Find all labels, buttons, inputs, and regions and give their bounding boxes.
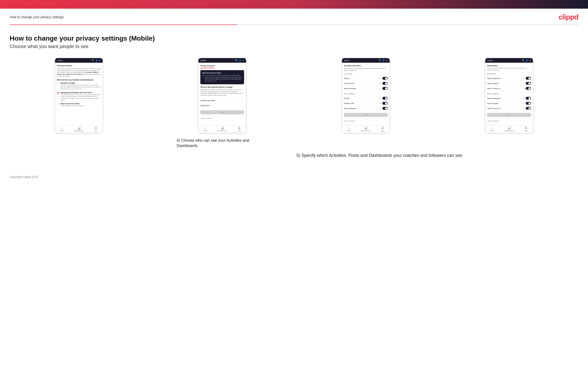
help-support-4: Help & Support: [487, 118, 531, 123]
menu-icon-4[interactable]: ⚙: [529, 59, 531, 61]
screen-col-1: ❮ Back 🔍 👤 ⚙ Privacy Controls Control ho…: [10, 58, 148, 133]
bottom-nav-perf-2[interactable]: 📊 My Performance: [218, 126, 227, 132]
toggle-playerdash-coaches-switch[interactable]: [526, 77, 531, 80]
bottom-nav-menu-2[interactable]: ☰ Menu: [238, 126, 241, 132]
menu-nav-icon-2: ☰: [238, 126, 241, 130]
phone-body-1: Privacy Controls Control how you and you…: [55, 63, 103, 125]
toggle-playerdash-followers-on: ON: [523, 98, 525, 99]
toggle-manual-followers-switch[interactable]: [382, 107, 388, 110]
toggle-drills-coaches-on: ON: [380, 83, 382, 84]
activity-row-dashboards[interactable]: Dashboards ›: [200, 103, 244, 108]
menu-icon-3[interactable]: ⚙: [386, 59, 388, 61]
toggle-drills-followers-switch[interactable]: [382, 102, 388, 105]
profile-icon-2[interactable]: 👤: [239, 59, 241, 61]
coaches-label-3: COACHES: [344, 73, 388, 75]
toggle-rounds-coaches-wrap: ON: [380, 77, 388, 80]
profile-icon-1[interactable]: 👤: [95, 59, 98, 61]
activity-row-activities[interactable]: Activities and Posts ›: [200, 98, 244, 103]
bottom-nav-2: ⌂ Home 📊 My Performance ☰ Menu: [199, 125, 246, 133]
radio-option-everyone[interactable]: Everyone on Clippd Everyone on Clippd ca…: [57, 82, 101, 90]
bottom-nav-perf-4[interactable]: 📊 My Performance: [504, 126, 514, 132]
bottom-nav-menu-3[interactable]: ☰ Menu: [381, 126, 384, 132]
profile-icon-4[interactable]: 👤: [526, 59, 528, 61]
toggle-rounds-followers-switch[interactable]: [382, 97, 388, 100]
toggle-manual-coaches-switch[interactable]: [382, 87, 388, 90]
bottom-nav-menu-4[interactable]: ☰ Menu: [525, 126, 528, 132]
home-icon-1: ⌂: [61, 126, 63, 129]
search-icon-4[interactable]: 🔍: [522, 59, 525, 61]
chevron-dashboards: ›: [243, 104, 244, 107]
toggle-rounds-followers-on: ON: [380, 98, 382, 99]
toggle-whattowork-coaches-switch[interactable]: [526, 87, 531, 90]
bottom-nav-menu-1[interactable]: ☰ Menu: [94, 126, 98, 132]
phone-topbar-1: ❮ Back 🔍 👤 ⚙: [55, 58, 103, 63]
search-icon-1[interactable]: 🔍: [92, 59, 94, 61]
search-icon-3[interactable]: 🔍: [379, 59, 381, 61]
privacy-tab-2[interactable]: Privacy Controls: [200, 65, 215, 68]
radio-option-approved-content: Only Approved Followers and Your Coach O…: [60, 92, 101, 101]
popup-title-2: Only You and Your Coach: [202, 72, 242, 74]
home-icon-3: ⌂: [348, 126, 350, 129]
toggle-playerdash-followers-switch[interactable]: [526, 97, 531, 100]
menu-nav-label-4: Menu: [525, 130, 528, 132]
coaches-label-4: COACHES: [487, 73, 531, 75]
toggle-playerdash-coaches-wrap: ON: [523, 77, 531, 80]
radio-option-onlyyou[interactable]: Only You and Your Coach Only you and the…: [57, 103, 101, 107]
bottom-nav-perf-1[interactable]: 📊 My Performance: [74, 126, 84, 132]
radio-circle-approved: [57, 92, 59, 94]
activity-row-label-dashboards: Dashboards: [200, 105, 209, 106]
toggle-drills-coaches: Practice Drills ON: [344, 81, 388, 86]
profile-icon-3[interactable]: 👤: [382, 59, 385, 61]
radio-option-everyone-content: Everyone on Clippd Everyone on Clippd ca…: [60, 82, 101, 90]
toggle-roundinsights-coaches-wrap: ON: [523, 82, 531, 85]
toggle-whattowork-coaches: What To Work On ON: [487, 86, 531, 91]
toggle-rounds-followers-wrap: ON: [380, 97, 388, 100]
save-button-4[interactable]: Save: [487, 113, 531, 117]
save-button-2[interactable]: Save: [200, 110, 244, 114]
back-button-4[interactable]: ❮ Back: [487, 59, 493, 61]
perf-icon-3: 📊: [364, 126, 367, 130]
toggle-roundinsights-followers-wrap: ON: [523, 102, 531, 105]
breadcrumb: How to change your privacy settings: [10, 15, 64, 19]
toggle-roundinsights-coaches-switch[interactable]: [526, 82, 531, 85]
activities-heading-3: Activities and Posts: [344, 65, 388, 67]
bottom-nav-1: ⌂ Home 📊 My Performance ☰ Menu: [55, 125, 103, 133]
screen-col-2: ❮ Back 🔍 👤 ⚙ Privacy Controls Only You a…: [153, 58, 292, 149]
bottom-nav-home-4[interactable]: ⌂ Home: [490, 126, 494, 132]
toggle-roundinsights-coaches-on: ON: [523, 83, 525, 84]
main-content: How to change your privacy settings (Mob…: [0, 25, 588, 168]
phone-mockup-4: ❮ Back 🔍 👤 ⚙ Dashboards Select the dashb…: [485, 58, 533, 133]
bottom-nav-home-3[interactable]: ⌂ Home: [347, 126, 351, 132]
toggle-manual-coaches-label: Manual Activities: [344, 88, 356, 89]
home-icon-2: ⌂: [205, 126, 206, 129]
save-button-3[interactable]: Save: [344, 113, 388, 117]
toggle-whattowork-followers-switch[interactable]: [526, 107, 531, 110]
phone-body-4: Dashboards Select the dashboards that yo…: [485, 63, 533, 125]
toggle-playerdash-coaches-on: ON: [523, 78, 525, 79]
toggle-roundinsights-followers-switch[interactable]: [526, 102, 531, 105]
toggle-rounds-coaches-switch[interactable]: [382, 77, 388, 80]
toggle-drills-coaches-switch[interactable]: [382, 82, 388, 85]
search-icon-2[interactable]: 🔍: [235, 59, 238, 61]
bottom-nav-perf-3[interactable]: 📊 My Performance: [361, 126, 371, 132]
bottom-nav-home-1[interactable]: ⌂ Home: [60, 126, 64, 132]
menu-icon-1[interactable]: ⚙: [99, 59, 101, 61]
toggle-manual-followers-wrap: ON: [380, 107, 388, 110]
footer: Copyright Clippd 2022: [0, 168, 588, 186]
back-button-3[interactable]: ❮ Back: [344, 59, 350, 61]
toggle-playerdash-coaches-label: Player Dashboard: [487, 78, 501, 79]
back-button-2[interactable]: ❮ Back: [200, 59, 206, 61]
menu-nav-label-2: Menu: [238, 130, 241, 132]
phone-body-2: Privacy Controls Only You and Your Coach…: [199, 63, 246, 125]
menu-icon-2[interactable]: ⚙: [242, 59, 244, 61]
back-button-1[interactable]: ❮ Back: [57, 59, 63, 61]
top-bar: [0, 0, 588, 9]
perf-label-2: My Performance: [218, 130, 227, 132]
toggle-roundinsights-followers-on: ON: [523, 103, 525, 104]
toggle-whattowork-followers-label: What To Work On: [487, 108, 501, 109]
phone-topbar-4: ❮ Back 🔍 👤 ⚙: [485, 58, 533, 63]
screenshots-grid: ❮ Back 🔍 👤 ⚙ Privacy Controls Control ho…: [10, 58, 578, 149]
bottom-nav-home-2[interactable]: ⌂ Home: [204, 126, 207, 132]
followers-label-3: FOLLOWERS: [344, 93, 388, 95]
radio-option-approved[interactable]: Only Approved Followers and Your Coach O…: [57, 92, 101, 101]
